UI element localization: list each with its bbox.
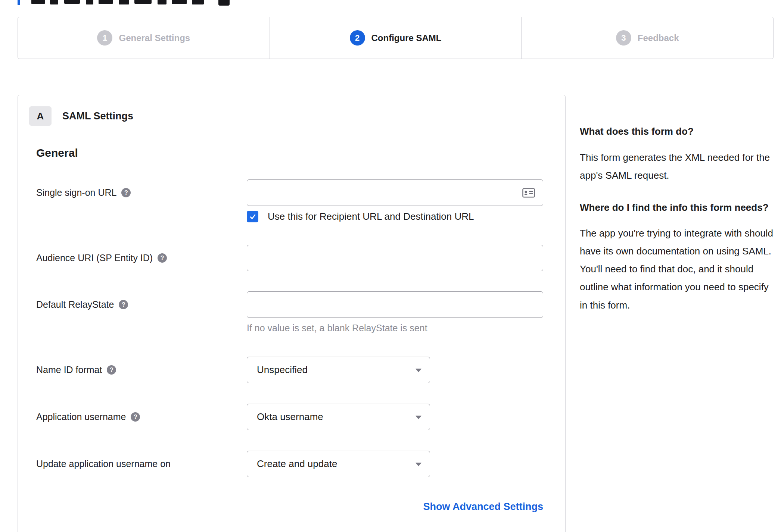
sidebar-answer-2: The app you're trying to integrate with … [580,224,778,314]
help-icon[interactable]: ? [158,253,167,263]
app-username-label: Application username [36,411,126,422]
name-id-format-label: Name ID format [36,364,102,375]
relay-state-input[interactable] [247,291,543,318]
sso-url-label: Single sign-on URL [36,187,116,198]
section-badge-a: A [29,106,52,126]
update-app-username-label: Update application username on [36,459,171,469]
chevron-down-icon [416,416,421,419]
sidebar-question-1: What does this form do? [580,123,778,140]
row-audience-uri: Audience URI (SP Entity ID) ? [36,245,543,271]
help-icon[interactable]: ? [131,412,140,422]
chevron-down-icon [416,369,421,372]
sidebar-question-2: Where do I find the info this form needs… [580,199,778,216]
step-2-circle: 2 [350,30,365,46]
row-name-id-format: Name ID format ? Unspecified [36,357,543,383]
audience-uri-label: Audience URI (SP Entity ID) [36,253,153,263]
row-update-app-username: Update application username on Create an… [36,451,543,477]
row-app-username: Application username ? Okta username [36,404,543,430]
recipient-url-checkbox[interactable] [247,211,258,222]
step-3-circle: 3 [616,30,631,46]
step-feedback[interactable]: 3 Feedback [522,17,773,59]
row-relay-state: Default RelayState ? If no value is set,… [36,291,543,334]
contact-card-icon [522,188,535,198]
sso-url-input[interactable] [247,179,543,206]
app-username-select[interactable]: Okta username [247,404,430,430]
recipient-url-checkbox-label[interactable]: Use this for Recipient URL and Destinati… [268,211,474,222]
help-icon[interactable]: ? [121,188,131,197]
row-sso-url: Single sign-on URL ? [36,179,543,222]
section-title: SAML Settings [62,110,133,122]
relay-state-label: Default RelayState [36,299,114,310]
step-general-settings[interactable]: 1 General Settings [18,17,270,59]
update-app-username-value: Create and update [257,458,337,470]
app-username-value: Okta username [257,411,323,423]
sidebar-answer-1: This form generates the XML needed for t… [580,148,778,184]
step-2-label: Configure SAML [371,33,442,43]
step-3-label: Feedback [638,33,679,43]
help-sidebar: What does this form do? This form genera… [580,123,778,329]
clipped-icon [218,0,230,6]
show-advanced-settings-link[interactable]: Show Advanced Settings [423,501,543,512]
page-title-clipped [0,0,781,6]
audience-uri-input[interactable] [247,245,543,271]
step-1-circle: 1 [97,30,112,46]
name-id-format-value: Unspecified [257,364,308,376]
help-icon[interactable]: ? [107,365,116,375]
step-1-label: General Settings [119,33,190,43]
update-app-username-select[interactable]: Create and update [247,451,430,477]
chevron-down-icon [416,463,421,466]
checkmark-icon [249,213,256,220]
step-configure-saml[interactable]: 2 Configure SAML [270,17,522,59]
saml-settings-panel: A SAML Settings General Single sign-on U… [18,95,566,532]
group-title-general: General [36,147,543,159]
name-id-format-select[interactable]: Unspecified [247,357,430,383]
relay-state-helper-text: If no value is set, a blank RelayState i… [247,323,543,334]
help-icon[interactable]: ? [119,300,128,309]
wizard-stepper: 1 General Settings 2 Configure SAML 3 Fe… [18,17,774,59]
